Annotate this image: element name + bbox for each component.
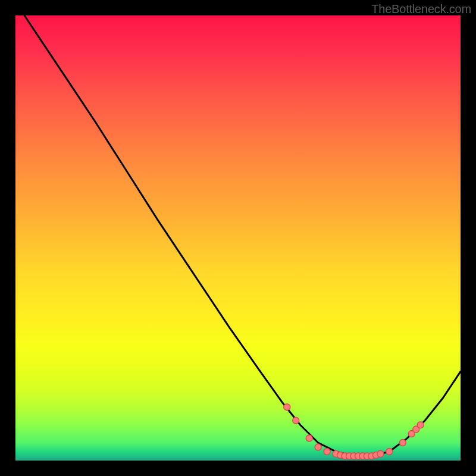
curve-marker (315, 444, 321, 450)
curve-marker (377, 450, 384, 457)
watermark-text: TheBottleneck.com (371, 2, 471, 16)
curve-marker (284, 404, 290, 411)
chart-frame: TheBottleneck.com (0, 0, 476, 476)
curve-marker (417, 422, 424, 428)
curve-marker (399, 440, 406, 446)
chart-svg (15, 15, 461, 461)
bottleneck-curve (24, 15, 461, 456)
curve-marker (386, 449, 393, 455)
curve-marker (324, 449, 330, 455)
curve-marker (306, 435, 312, 441)
marker-group (284, 404, 424, 459)
curve-marker (293, 417, 299, 424)
plot-area (15, 15, 461, 461)
